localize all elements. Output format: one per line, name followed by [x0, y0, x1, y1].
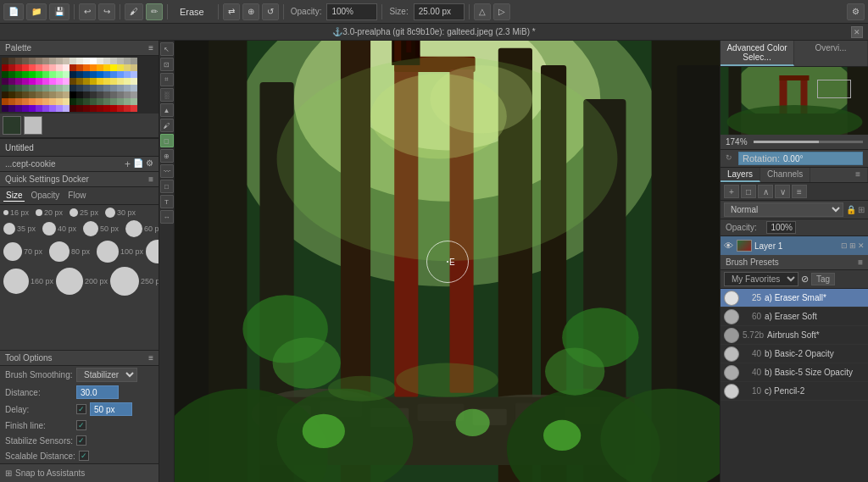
palette-cell[interactable] [63, 64, 70, 71]
tab-channels[interactable]: Channels [760, 168, 810, 182]
brush-section-settings-icon[interactable]: ⚙ [146, 158, 153, 170]
palette-cell[interactable] [56, 58, 63, 64]
palette-cell[interactable] [29, 78, 36, 85]
palette-cell[interactable] [90, 58, 97, 64]
reset-view-btn[interactable]: ↺ [262, 3, 279, 20]
quick-settings-menu[interactable]: ≡ [148, 175, 153, 184]
palette-cell[interactable] [76, 78, 83, 85]
palette-cell[interactable] [117, 71, 124, 78]
palette-cell[interactable] [15, 105, 22, 112]
tag-btn[interactable]: Tag [811, 273, 835, 285]
add-brush-btn[interactable]: + [125, 158, 131, 170]
palette-cell[interactable] [103, 64, 110, 71]
brush-circle-60[interactable] [125, 220, 142, 237]
palette-cell[interactable] [97, 58, 103, 64]
preset-item[interactable]: 5.72bAirbrush Soft* [721, 326, 868, 345]
palette-cell[interactable] [29, 105, 36, 112]
brush-circle-80[interactable] [49, 241, 70, 262]
canvas-area[interactable]: E [175, 41, 720, 482]
tool-shapes[interactable]: □ [160, 180, 174, 193]
brush-presets-menu[interactable]: ≡ [858, 258, 863, 267]
save-file-btn[interactable]: 💾 [49, 3, 70, 20]
palette-cell[interactable] [97, 105, 103, 112]
palette-cell[interactable] [103, 78, 110, 85]
wrap-btn[interactable]: ⊕ [242, 3, 259, 20]
scalable-distance-checkbox[interactable]: ✓ [79, 451, 89, 461]
tab-layers[interactable]: Layers [721, 168, 760, 182]
mirror-btn[interactable]: ⇄ [223, 3, 240, 20]
palette-cell[interactable] [8, 91, 15, 98]
palette-cell[interactable] [103, 105, 110, 112]
brush-circle-40[interactable] [42, 222, 56, 235]
palette-cell[interactable] [70, 71, 76, 78]
palette-cell[interactable] [124, 78, 131, 85]
layers-menu-btn[interactable]: ≡ [792, 185, 807, 198]
brush-section-file-icon[interactable]: 📄 [133, 158, 143, 170]
palette-cell[interactable] [63, 105, 70, 112]
brush-circle-100[interactable] [97, 241, 119, 263]
palette-cell[interactable] [22, 105, 29, 112]
palette-cell[interactable] [29, 58, 36, 64]
palette-cell[interactable] [103, 71, 110, 78]
palette-cell[interactable] [22, 85, 29, 91]
tab-opacity[interactable]: Opacity [28, 190, 62, 202]
palette-cell[interactable] [22, 64, 29, 71]
palette-cell[interactable] [22, 78, 29, 85]
tool-crop[interactable]: ⌗ [160, 73, 174, 86]
brush-circle-70[interactable] [3, 242, 22, 261]
palette-cell[interactable] [124, 105, 131, 112]
palette-cell[interactable] [29, 91, 36, 98]
palette-cell[interactable] [49, 98, 56, 105]
stabilize-sensors-checkbox[interactable]: ✓ [76, 435, 86, 446]
palette-cell[interactable] [2, 85, 8, 91]
palette-cell[interactable] [8, 98, 15, 105]
layer-action-1[interactable]: ⊡ [841, 241, 848, 250]
palette-cell[interactable] [97, 71, 103, 78]
palette-cell[interactable] [22, 71, 29, 78]
palette-cell[interactable] [29, 85, 36, 91]
palette-cell[interactable] [22, 91, 29, 98]
palette-cell[interactable] [90, 64, 97, 71]
palette-cell[interactable] [56, 71, 63, 78]
palette-cell[interactable] [83, 91, 90, 98]
close-document-btn[interactable]: ✕ [851, 26, 863, 38]
palette-cell[interactable] [70, 105, 76, 112]
palette-cell[interactable] [42, 78, 49, 85]
palette-cell[interactable] [103, 98, 110, 105]
palette-cell[interactable] [15, 58, 22, 64]
palette-cell[interactable] [56, 98, 63, 105]
palette-cell[interactable] [8, 105, 15, 112]
palette-cell[interactable] [29, 71, 36, 78]
size-toolbar-value[interactable]: 25.00 px [414, 3, 465, 20]
palette-cell[interactable] [36, 91, 42, 98]
palette-cell[interactable] [15, 98, 22, 105]
palette-cell[interactable] [97, 64, 103, 71]
layer-action-2[interactable]: ⊞ [849, 241, 856, 250]
tab-advanced-color[interactable]: Advanced Color Selec... [721, 41, 794, 66]
palette-cell[interactable] [76, 105, 83, 112]
opacity-panel-value[interactable]: 100% [766, 221, 796, 234]
palette-cell[interactable] [103, 85, 110, 91]
tool-gradient[interactable]: ░ [160, 88, 174, 102]
palette-cell[interactable] [117, 91, 124, 98]
palette-cell[interactable] [15, 64, 22, 71]
palette-cell[interactable] [124, 85, 131, 91]
palette-cell[interactable] [97, 98, 103, 105]
layer-alpha-lock[interactable]: 🔒 [846, 205, 856, 214]
brush-smoothing-dropdown[interactable]: Stabilizer [76, 368, 137, 382]
undo-btn[interactable]: ↩ [79, 3, 96, 20]
palette-cell[interactable] [97, 85, 103, 91]
palette-cell[interactable] [15, 71, 22, 78]
palette-cell[interactable] [76, 71, 83, 78]
palette-cell[interactable] [70, 85, 76, 91]
palette-cell[interactable] [2, 71, 8, 78]
palette-cell[interactable] [63, 85, 70, 91]
palette-cell[interactable] [124, 71, 131, 78]
palette-cell[interactable] [83, 85, 90, 91]
tool-eraser[interactable]: ◻ [160, 134, 174, 147]
palette-cell[interactable] [90, 105, 97, 112]
palette-grid[interactable] [0, 56, 159, 114]
preset-item[interactable]: 10c) Pencil-2 [721, 382, 868, 401]
palette-cell[interactable] [110, 91, 117, 98]
palette-cell[interactable] [117, 64, 124, 71]
